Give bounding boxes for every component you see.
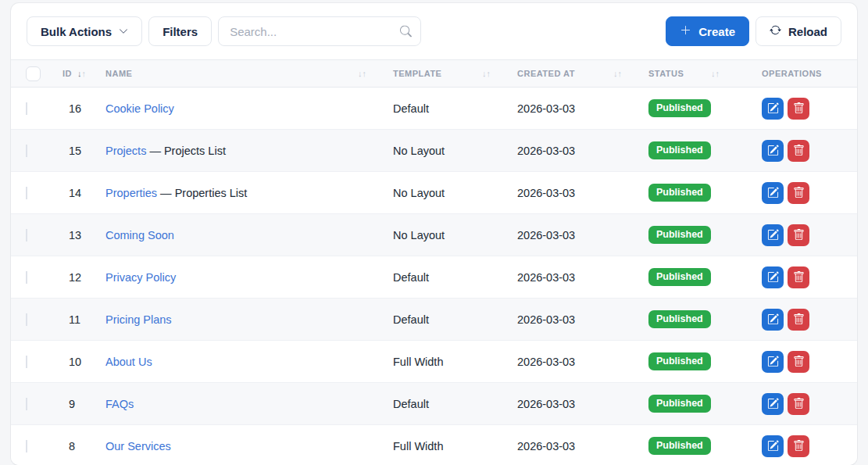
- edit-button[interactable]: [762, 182, 784, 204]
- page-name-link[interactable]: Projects: [105, 145, 146, 157]
- row-operations: [734, 309, 857, 331]
- table-row: 11 Pricing Plans Default 2026-03-03 Publ…: [11, 299, 857, 341]
- column-header-status[interactable]: STATUS ↓↑: [636, 69, 734, 78]
- row-name-cell: Our Services: [93, 440, 380, 452]
- trash-icon: [793, 102, 805, 114]
- page-name-link[interactable]: About Us: [105, 356, 152, 368]
- page-name-link[interactable]: Properties: [105, 187, 157, 199]
- edit-button[interactable]: [762, 393, 784, 415]
- row-checkbox[interactable]: [26, 102, 27, 115]
- create-button[interactable]: Create: [666, 16, 749, 46]
- delete-button[interactable]: [788, 98, 809, 120]
- row-created-at: 2026-03-03: [505, 313, 636, 326]
- status-badge: Published: [648, 310, 711, 328]
- column-label-created-at: CREATED AT: [517, 69, 575, 78]
- sort-asc-icon: ↑: [716, 70, 720, 78]
- edit-pencil-icon: [767, 398, 779, 410]
- delete-button[interactable]: [788, 309, 809, 331]
- sort-icons-created-at[interactable]: ↓↑: [613, 70, 622, 78]
- row-checkbox-cell: [11, 313, 59, 326]
- delete-button[interactable]: [788, 224, 809, 246]
- row-checkbox[interactable]: [26, 356, 27, 368]
- filters-button[interactable]: Filters: [148, 16, 212, 46]
- column-header-created-at[interactable]: CREATED AT ↓↑: [505, 69, 636, 78]
- column-header-name[interactable]: NAME ↓↑: [93, 69, 380, 78]
- page-name-suffix: — Properties List: [157, 187, 247, 199]
- row-status-cell: Published: [636, 437, 734, 455]
- page-name-link[interactable]: Our Services: [105, 440, 171, 452]
- edit-button[interactable]: [762, 351, 784, 373]
- bulk-actions-button[interactable]: Bulk Actions: [27, 16, 142, 46]
- trash-icon: [793, 229, 805, 241]
- edit-button[interactable]: [762, 435, 784, 457]
- sort-icons-id[interactable]: ↓↑: [77, 70, 86, 78]
- page-name-link[interactable]: Cookie Policy: [105, 102, 174, 115]
- delete-button[interactable]: [788, 351, 809, 373]
- sort-icons-name[interactable]: ↓↑: [358, 70, 366, 78]
- row-template-value: Default: [380, 102, 505, 115]
- row-status-cell: Published: [636, 352, 734, 370]
- sort-asc-icon: ↑: [82, 70, 87, 78]
- row-checkbox[interactable]: [26, 271, 27, 284]
- edit-button[interactable]: [762, 224, 784, 246]
- delete-button[interactable]: [788, 182, 809, 204]
- row-checkbox-cell: [11, 145, 59, 157]
- row-checkbox-cell: [11, 398, 59, 410]
- trash-icon: [793, 356, 805, 367]
- column-label-status: STATUS: [648, 69, 684, 78]
- row-name-cell: Projects — Projects List: [93, 145, 380, 157]
- column-header-id[interactable]: ID ↓↑: [59, 69, 93, 78]
- trash-icon: [793, 440, 805, 452]
- sort-icons-template[interactable]: ↓↑: [482, 70, 491, 78]
- reload-button[interactable]: Reload: [755, 16, 841, 46]
- row-checkbox[interactable]: [26, 187, 27, 199]
- delete-button[interactable]: [788, 435, 809, 457]
- search-input[interactable]: [218, 16, 421, 46]
- sort-asc-icon: ↑: [618, 70, 623, 78]
- row-checkbox[interactable]: [26, 398, 27, 410]
- delete-button[interactable]: [788, 140, 809, 162]
- row-checkbox-cell: [11, 102, 59, 115]
- row-operations: [734, 393, 857, 415]
- row-created-at: 2026-03-03: [505, 187, 636, 199]
- edit-button[interactable]: [762, 140, 784, 162]
- row-name-cell: FAQs: [93, 398, 380, 410]
- select-all-checkbox[interactable]: [26, 66, 41, 81]
- row-id: 9: [59, 398, 93, 410]
- toolbar: Bulk Actions Filters Create Reload: [11, 3, 857, 59]
- row-checkbox[interactable]: [26, 145, 27, 157]
- row-created-at: 2026-03-03: [505, 102, 636, 115]
- edit-button[interactable]: [762, 266, 784, 288]
- page-name-link[interactable]: FAQs: [105, 398, 134, 410]
- page-name-link[interactable]: Pricing Plans: [105, 313, 172, 326]
- column-header-template[interactable]: TEMPLATE ↓↑: [380, 69, 505, 78]
- column-label-operations: OPERATIONS: [762, 69, 822, 78]
- row-checkbox[interactable]: [26, 229, 27, 241]
- delete-button[interactable]: [788, 266, 809, 288]
- column-label-template: TEMPLATE: [393, 69, 441, 78]
- row-status-cell: Published: [636, 310, 734, 328]
- sort-asc-icon: ↑: [363, 70, 367, 78]
- row-created-at: 2026-03-03: [505, 356, 636, 368]
- row-template-value: No Layout: [380, 145, 505, 157]
- row-template-value: Full Width: [380, 440, 505, 452]
- edit-button[interactable]: [762, 309, 784, 331]
- table-header: ID ↓↑ NAME ↓↑ TEMPLATE ↓↑ CREATED AT ↓↑ …: [11, 59, 857, 88]
- status-badge: Published: [648, 226, 711, 244]
- content-card: Bulk Actions Filters Create Reload: [11, 3, 857, 465]
- row-operations: [734, 435, 857, 457]
- row-created-at: 2026-03-03: [505, 229, 636, 241]
- delete-button[interactable]: [788, 393, 809, 415]
- trash-icon: [793, 398, 805, 410]
- page-name-link[interactable]: Privacy Policy: [105, 271, 176, 284]
- row-status-cell: Published: [636, 141, 734, 159]
- page-name-link[interactable]: Coming Soon: [105, 229, 174, 241]
- header-checkbox-cell: [11, 66, 59, 81]
- sort-icons-status[interactable]: ↓↑: [711, 70, 720, 78]
- row-checkbox[interactable]: [26, 313, 27, 326]
- edit-button[interactable]: [762, 98, 784, 120]
- row-checkbox[interactable]: [26, 440, 27, 452]
- row-created-at: 2026-03-03: [505, 271, 636, 284]
- row-operations: [734, 266, 857, 288]
- row-status-cell: Published: [636, 184, 734, 202]
